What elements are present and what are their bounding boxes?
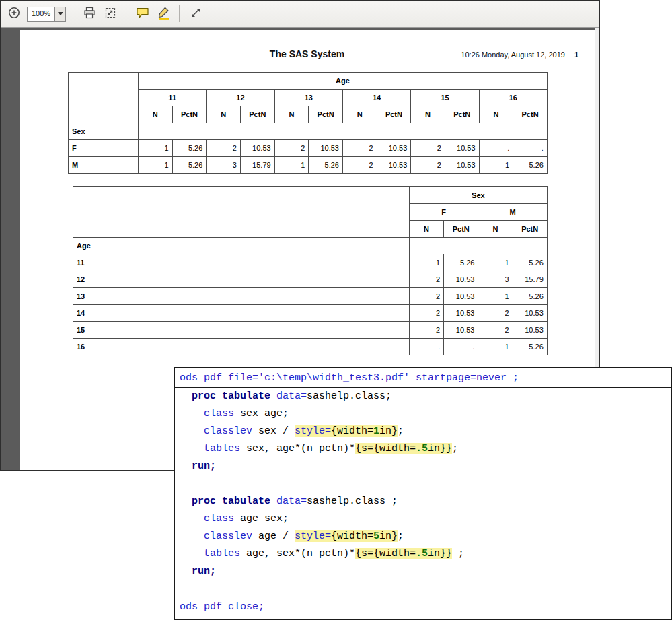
data-cell: 10.53 (513, 322, 547, 339)
code-token (180, 460, 192, 472)
code-token: {s={width= (355, 548, 416, 559)
table-row: F 1 5.26 2 10.53 2 10.53 2 10.53 2 10.53… (69, 140, 548, 157)
code-token: ods pdf close; (180, 601, 264, 613)
sas-code-window: ods pdf file='c:\temp\width_test3.pdf' s… (174, 367, 672, 620)
data-cell: 15.79 (513, 271, 547, 288)
table-row: 15 2 10.53 2 10.53 (73, 322, 548, 339)
row-label: 12 (73, 271, 410, 288)
comment-bubble-icon (135, 6, 150, 22)
data-cell: 3 (478, 271, 513, 288)
code-token: ; (452, 548, 464, 559)
data-cell: 2 (207, 140, 241, 157)
code-token: sex, age*(n pctn)* (240, 443, 355, 454)
table-row: 11 12 13 14 15 16 (69, 90, 548, 106)
code-token: run; (192, 460, 216, 472)
code-token: ; (398, 530, 404, 542)
expand-window-button[interactable] (186, 5, 204, 23)
code-token: 1 (373, 425, 379, 437)
code-token (180, 408, 204, 419)
comment-button[interactable] (133, 5, 151, 23)
code-token: in}} (428, 443, 452, 454)
row-label: 13 (73, 288, 410, 305)
data-cell: 5.26 (172, 140, 207, 157)
chevron-down-icon[interactable] (54, 7, 65, 21)
code-token: sex / (252, 425, 295, 437)
zoom-level-combo[interactable]: 100% (27, 7, 66, 22)
code-token: 5 (373, 530, 379, 542)
code-line: classlev age / style={width=5in}; (175, 528, 671, 545)
data-cell: 3 (207, 157, 241, 174)
data-cell: . (513, 140, 548, 157)
row-label: M (69, 157, 139, 174)
stat-header: N (410, 221, 444, 238)
data-cell: 10.53 (444, 322, 478, 339)
data-cell: 10.53 (240, 140, 274, 157)
code-line: run; (175, 458, 671, 475)
data-cell: 2 (342, 140, 377, 157)
data-cell: . (444, 339, 478, 355)
data-cell: 5.26 (513, 339, 547, 355)
column-group-header: F (410, 204, 478, 221)
row-label: 15 (73, 322, 410, 339)
row-label: 11 (73, 254, 410, 271)
code-token: tables (204, 443, 240, 454)
code-token (180, 390, 192, 402)
data-cell: 2 (411, 157, 445, 174)
table-age-by-sex: Sex F M N PctN N PctN Age (73, 186, 548, 355)
code-line: class age sex; (175, 510, 671, 528)
data-cell: 2 (342, 157, 377, 174)
code-token (270, 495, 276, 507)
stat-header: N (479, 106, 513, 123)
code-token: style= (295, 530, 331, 542)
data-cell: 1 (139, 140, 173, 157)
data-cell: 2 (478, 322, 513, 339)
code-token: data= (276, 495, 307, 507)
code-token: classlev (204, 425, 252, 437)
code-lines: ods pdf file='c:\temp\width_test3.pdf' s… (175, 370, 671, 616)
code-token (270, 390, 276, 402)
toolbar-separator (126, 5, 126, 22)
zoom-in-button[interactable] (5, 5, 23, 23)
data-cell: 2 (410, 288, 444, 305)
data-cell: 10.53 (513, 305, 547, 322)
data-cell: 10.53 (444, 305, 478, 322)
code-line: ods pdf close; (175, 598, 671, 616)
table-row: Sex (73, 187, 548, 204)
row-label: 16 (73, 339, 410, 355)
code-token: ; (452, 443, 458, 454)
data-cell: 10.53 (445, 140, 479, 157)
page-number: 1 (574, 50, 578, 59)
code-token: tables (204, 548, 240, 559)
stat-header: PctN (309, 106, 343, 123)
data-cell: 2 (410, 322, 444, 339)
stat-header: N (207, 106, 241, 123)
code-line (175, 580, 671, 598)
code-token: data= (276, 390, 307, 402)
zoom-level-value[interactable]: 100% (28, 7, 54, 21)
code-token: proc tabulate (192, 495, 270, 507)
print-button[interactable] (80, 5, 98, 23)
code-token: sashelp.class; (307, 390, 391, 402)
code-token: class (204, 513, 234, 524)
code-token (180, 530, 204, 542)
table-row: 12 2 10.53 3 15.79 (73, 271, 548, 288)
column-group-header: 14 (342, 90, 410, 106)
data-cell: 10.53 (445, 157, 479, 174)
code-line: class sex age; (175, 405, 671, 423)
data-cell: 1 (478, 339, 513, 355)
data-cell: 1 (479, 157, 513, 174)
data-cell: 5.26 (513, 157, 548, 174)
stat-header: N (342, 106, 377, 123)
data-cell: 2 (478, 305, 513, 322)
stat-header: PctN (445, 106, 479, 123)
row-dimension-header: Age (73, 238, 410, 254)
code-token (180, 443, 204, 454)
code-token: ; (398, 425, 404, 437)
code-token: .5 (416, 548, 428, 559)
table-row: Sex (69, 123, 548, 140)
fit-page-button[interactable] (101, 5, 119, 23)
data-cell: . (479, 140, 513, 157)
data-cell: 5.26 (513, 288, 547, 305)
code-token: age / (252, 530, 295, 542)
highlight-button[interactable] (154, 5, 172, 23)
